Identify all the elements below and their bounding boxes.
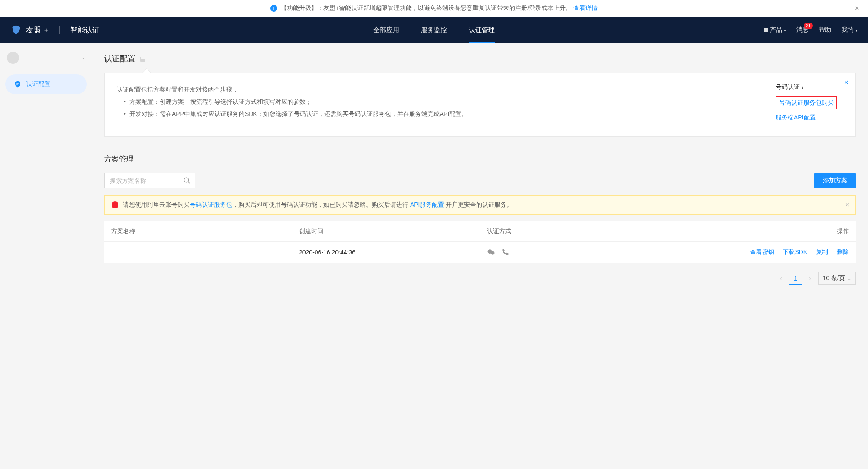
wechat-icon: [487, 248, 496, 257]
alert-link-api[interactable]: API服务配置: [410, 201, 444, 208]
page-number[interactable]: 1: [789, 272, 802, 285]
menu-mine[interactable]: 我的 ▾: [842, 26, 858, 34]
brand-text: 友盟 +: [26, 25, 49, 35]
svg-point-0: [184, 178, 189, 182]
shield-icon: [14, 80, 22, 88]
page-prev-icon[interactable]: ‹: [778, 273, 784, 284]
chevron-down-icon: ▾: [784, 28, 786, 33]
action-download-sdk[interactable]: 下载SDK: [783, 248, 807, 255]
cell-created: 2020-06-16 20:44:36: [292, 242, 480, 263]
logo-area[interactable]: 友盟 + 智能认证: [10, 24, 100, 36]
menu-product[interactable]: 产品 ▾: [764, 26, 786, 34]
announcement-text: 【功能升级】：友盟+智能认证新增超限管理功能，以避免终端设备恶意重复认证带来的注…: [281, 4, 572, 12]
right-menu: 产品 ▾ 消息 21 帮助 我的 ▾: [764, 26, 858, 34]
th-created: 创建时间: [292, 221, 480, 242]
alert-close-icon[interactable]: ×: [845, 201, 849, 209]
menu-help[interactable]: 帮助: [819, 26, 831, 34]
alert-link-package[interactable]: 号码认证服务包: [190, 201, 232, 208]
info-step-dev: 开发对接：需在APP中集成对应认证服务的SDK；如您选择了号码认证，还需购买号码…: [124, 108, 765, 120]
info-close-icon[interactable]: ×: [844, 78, 848, 87]
logo-icon: [10, 24, 22, 36]
info-left: 认证配置包括方案配置和开发对接两个步骤： 方案配置：创建方案，按流程引导选择认证…: [117, 83, 765, 126]
sidebar: ⌄ 认证配置: [0, 43, 92, 469]
info-box: 认证配置包括方案配置和开发对接两个步骤： 方案配置：创建方案，按流程引导选择认证…: [104, 73, 856, 137]
svg-line-1: [188, 182, 190, 183]
sidebar-item-label: 认证配置: [26, 80, 50, 88]
svg-point-3: [491, 251, 494, 255]
tab-auth-management[interactable]: 认证管理: [469, 17, 495, 43]
info-icon: i: [270, 5, 277, 12]
alert-text: 请您使用阿里云账号购买号码认证服务包，购买后即可使用号码认证功能，如已购买请忽略…: [123, 201, 513, 209]
cell-auth: [480, 242, 668, 263]
notch-icon: [142, 68, 151, 77]
page-size-selector[interactable]: 10 条/页 ⌄: [818, 272, 856, 285]
info-right: 号码认证 › 号码认证服务包购买 服务端API配置: [765, 83, 843, 126]
chevron-down-icon: ⌄: [81, 55, 85, 61]
th-action: 操作: [668, 221, 856, 242]
grid-icon: [764, 28, 768, 32]
action-copy[interactable]: 复制: [816, 248, 828, 255]
page-header: 认证配置 ▤: [104, 53, 856, 64]
announcement-link[interactable]: 查看详情: [573, 4, 598, 12]
logo-divider: [59, 26, 60, 34]
table-row: 2020-06-16 20:44:36 查看密钥 下载SDK 复制 删除: [104, 242, 856, 263]
toolbar: 添加方案: [104, 173, 856, 188]
info-right-title[interactable]: 号码认证 ›: [776, 83, 843, 91]
th-name: 方案名称: [104, 221, 292, 242]
cell-name: [104, 242, 292, 263]
pagination: ‹ 1 › 10 条/页 ⌄: [104, 263, 856, 294]
alert-box: ! 请您使用阿里云账号购买号码认证服务包，购买后即可使用号码认证功能，如已购买请…: [104, 195, 856, 215]
page-next-icon[interactable]: ›: [807, 273, 813, 284]
section-title: 方案管理: [104, 154, 856, 164]
search-icon[interactable]: [183, 177, 191, 185]
announcement-bar: i 【功能升级】：友盟+智能认证新增超限管理功能，以避免终端设备恶意重复认证带来…: [0, 0, 868, 17]
link-purchase-package[interactable]: 号码认证服务包购买: [776, 96, 837, 109]
announcement-close-icon[interactable]: ×: [855, 4, 859, 13]
sidebar-item-auth-config[interactable]: 认证配置: [5, 74, 87, 94]
th-auth: 认证方式: [480, 221, 668, 242]
info-intro: 认证配置包括方案配置和开发对接两个步骤：: [117, 83, 765, 96]
chevron-right-icon: ›: [802, 84, 804, 91]
main-tabs: 全部应用 服务监控 认证管理: [373, 17, 495, 43]
guide-icon[interactable]: ▤: [140, 55, 145, 62]
main-content: 认证配置 ▤ 认证配置包括方案配置和开发对接两个步骤： 方案配置：创建方案，按流…: [92, 43, 868, 469]
chevron-down-icon: ▾: [855, 28, 858, 33]
alert-icon: !: [112, 201, 118, 208]
tab-all-apps[interactable]: 全部应用: [373, 17, 399, 43]
brand-subtitle: 智能认证: [70, 25, 100, 35]
chevron-down-icon: ⌄: [848, 276, 851, 281]
plans-table: 方案名称 创建时间 认证方式 操作 2020-06-16 20:44:36: [104, 221, 856, 263]
apple-icon: [7, 52, 19, 64]
menu-message[interactable]: 消息 21: [796, 26, 809, 34]
add-plan-button[interactable]: 添加方案: [814, 173, 856, 188]
cell-actions: 查看密钥 下载SDK 复制 删除: [668, 242, 856, 263]
content-area: ⌄ 认证配置 认证配置 ▤ 认证配置包括方案配置和开发对接两个步骤： 方案配置：…: [0, 43, 868, 469]
phone-icon: [501, 248, 510, 257]
page-title: 认证配置: [104, 53, 135, 64]
sidebar-app-selector[interactable]: ⌄: [0, 43, 92, 73]
info-step-plan: 方案配置：创建方案，按流程引导选择认证方式和填写对应的参数；: [124, 96, 765, 108]
search-input[interactable]: [104, 173, 195, 188]
link-api-config[interactable]: 服务端API配置: [776, 114, 843, 122]
action-view-key[interactable]: 查看密钥: [750, 248, 774, 255]
search-box: [104, 173, 195, 188]
top-nav: 友盟 + 智能认证 全部应用 服务监控 认证管理 产品 ▾ 消息 21 帮助 我…: [0, 17, 868, 43]
action-delete[interactable]: 删除: [837, 248, 849, 255]
table-header-row: 方案名称 创建时间 认证方式 操作: [104, 221, 856, 242]
tab-service-monitor[interactable]: 服务监控: [421, 17, 447, 43]
message-badge: 21: [804, 23, 813, 29]
